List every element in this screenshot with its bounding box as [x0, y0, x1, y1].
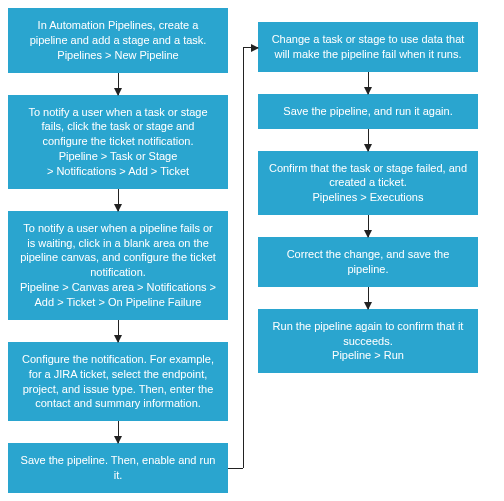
step-change-to-fail: Change a task or stage to use data that … — [258, 22, 478, 72]
step-save-run-again: Save the pipeline, and run it again. — [258, 94, 478, 129]
arrow-down-icon — [368, 72, 369, 94]
arrow-right-icon — [243, 47, 258, 48]
left-column: In Automation Pipelines, create a pipeli… — [8, 8, 228, 493]
right-column: Change a task or stage to use data that … — [258, 8, 478, 373]
connector-horizontal — [228, 468, 243, 469]
step-run-again-succeed: Run the pipeline again to confirm that i… — [258, 309, 478, 374]
step-configure-notification: Configure the notification. For example,… — [8, 342, 228, 421]
arrow-down-icon — [118, 320, 119, 342]
connector-vertical — [243, 47, 244, 468]
arrow-down-icon — [368, 215, 369, 237]
arrow-down-icon — [368, 287, 369, 309]
arrow-down-icon — [118, 73, 119, 95]
arrow-down-icon — [368, 129, 369, 151]
step-correct-change: Correct the change, and save the pipelin… — [258, 237, 478, 287]
flowchart: In Automation Pipelines, create a pipeli… — [8, 8, 496, 493]
arrow-down-icon — [118, 421, 119, 443]
step-notify-task-stage: To notify a user when a task or stage fa… — [8, 95, 228, 189]
step-create-pipeline: In Automation Pipelines, create a pipeli… — [8, 8, 228, 73]
step-notify-pipeline-failure: To notify a user when a pipeline fails o… — [8, 211, 228, 320]
arrow-down-icon — [118, 189, 119, 211]
step-confirm-failed-ticket: Confirm that the task or stage failed, a… — [258, 151, 478, 216]
step-save-enable-run: Save the pipeline. Then, enable and run … — [8, 443, 228, 493]
